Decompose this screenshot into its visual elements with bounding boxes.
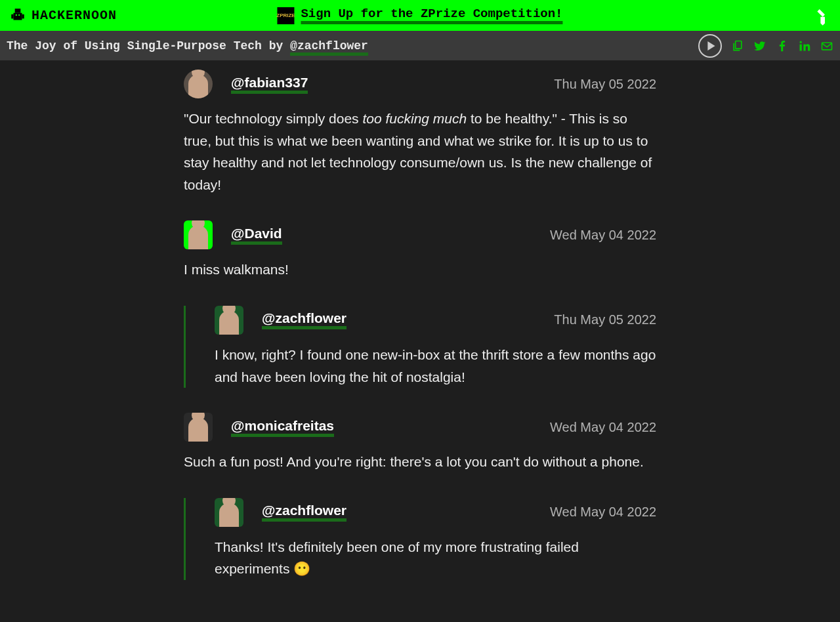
comment-head: @zachflowerThu May 05 2022 bbox=[215, 306, 656, 335]
comment-username[interactable]: @monicafreitas bbox=[231, 418, 334, 437]
svg-rect-1 bbox=[14, 12, 22, 20]
play-button[interactable] bbox=[698, 34, 722, 58]
comment-body: I miss walkmans! bbox=[184, 259, 656, 281]
banner-text: Sign Up for the ZPrize Competition! bbox=[301, 7, 562, 24]
avatar-person-icon bbox=[219, 503, 239, 527]
avatar-person-icon bbox=[219, 311, 239, 335]
comment-reply: @zachflowerWed May 04 2022Thanks! It's d… bbox=[184, 498, 656, 580]
svg-rect-5 bbox=[18, 14, 20, 15]
avatar-person-icon bbox=[188, 75, 208, 98]
subheader-actions bbox=[698, 34, 833, 58]
comment-date: Thu May 05 2022 bbox=[554, 312, 656, 327]
svg-rect-3 bbox=[22, 14, 24, 18]
article-title: The Joy of Using Single-Purpose Tech by … bbox=[7, 39, 368, 52]
paintbrush-icon[interactable] bbox=[808, 3, 835, 29]
copy-icon[interactable] bbox=[731, 39, 744, 52]
svg-rect-8 bbox=[800, 44, 802, 51]
comment-date: Wed May 04 2022 bbox=[550, 420, 656, 435]
comment-reply: @zachflowerThu May 05 2022I know, right?… bbox=[184, 306, 656, 388]
avatar[interactable] bbox=[184, 413, 213, 442]
avatar[interactable] bbox=[215, 306, 243, 335]
comment-head: @monicafreitasWed May 04 2022 bbox=[184, 413, 656, 442]
avatar[interactable] bbox=[215, 498, 243, 527]
svg-rect-6 bbox=[817, 9, 825, 17]
comment-username[interactable]: @David bbox=[231, 226, 282, 245]
comment-body: "Our technology simply does too fucking … bbox=[184, 108, 656, 196]
comment-username[interactable]: @zachflower bbox=[262, 503, 346, 522]
svg-rect-0 bbox=[15, 9, 21, 13]
comment-head: @fabian337Thu May 05 2022 bbox=[184, 70, 656, 98]
comment-date: Thu May 05 2022 bbox=[554, 77, 656, 92]
avatar-person-icon bbox=[188, 418, 208, 442]
comment-username[interactable]: @zachflower bbox=[262, 310, 346, 329]
twitter-icon[interactable] bbox=[753, 39, 766, 52]
email-icon[interactable] bbox=[820, 39, 833, 52]
comment: @fabian337Thu May 05 2022"Our technology… bbox=[184, 70, 656, 196]
logo-link[interactable]: HACKERNOON bbox=[9, 7, 117, 24]
svg-rect-2 bbox=[11, 14, 13, 18]
subheader: The Joy of Using Single-Purpose Tech by … bbox=[0, 31, 840, 60]
comment-body: Thanks! It's definitely been one of my m… bbox=[215, 536, 656, 580]
comment-body: Such a fun post! And you're right: there… bbox=[184, 451, 656, 473]
comment: @monicafreitasWed May 04 2022Such a fun … bbox=[184, 413, 656, 473]
avatar[interactable] bbox=[184, 70, 213, 98]
article-author-link[interactable]: @zachflower bbox=[290, 39, 368, 56]
comment-head: @zachflowerWed May 04 2022 bbox=[215, 498, 656, 527]
comment-date: Wed May 04 2022 bbox=[550, 228, 656, 243]
svg-rect-4 bbox=[16, 14, 17, 15]
avatar-person-icon bbox=[188, 226, 208, 249]
article-title-text: The Joy of Using Single-Purpose Tech by bbox=[7, 39, 290, 52]
comment-head: @DavidWed May 04 2022 bbox=[184, 220, 656, 249]
comment-date: Wed May 04 2022 bbox=[550, 505, 656, 520]
banner-badge-icon: ZPRIZE bbox=[277, 7, 294, 24]
banner[interactable]: ZPRIZE Sign Up for the ZPrize Competitio… bbox=[277, 7, 562, 24]
topbar: HACKERNOON ZPRIZE Sign Up for the ZPrize… bbox=[0, 0, 840, 31]
logo-text: HACKERNOON bbox=[32, 8, 117, 23]
logo-icon bbox=[9, 7, 26, 24]
comments-list: @fabian337Thu May 05 2022"Our technology… bbox=[184, 60, 656, 622]
comment-username[interactable]: @fabian337 bbox=[231, 75, 308, 94]
linkedin-icon[interactable] bbox=[798, 39, 811, 52]
svg-rect-7 bbox=[736, 41, 742, 49]
svg-point-9 bbox=[800, 41, 802, 43]
comment: @DavidWed May 04 2022I miss walkmans! bbox=[184, 220, 656, 281]
avatar[interactable] bbox=[184, 220, 213, 249]
comment-body: I know, right? I found one new-in-box at… bbox=[215, 344, 656, 388]
facebook-icon[interactable] bbox=[776, 39, 789, 52]
